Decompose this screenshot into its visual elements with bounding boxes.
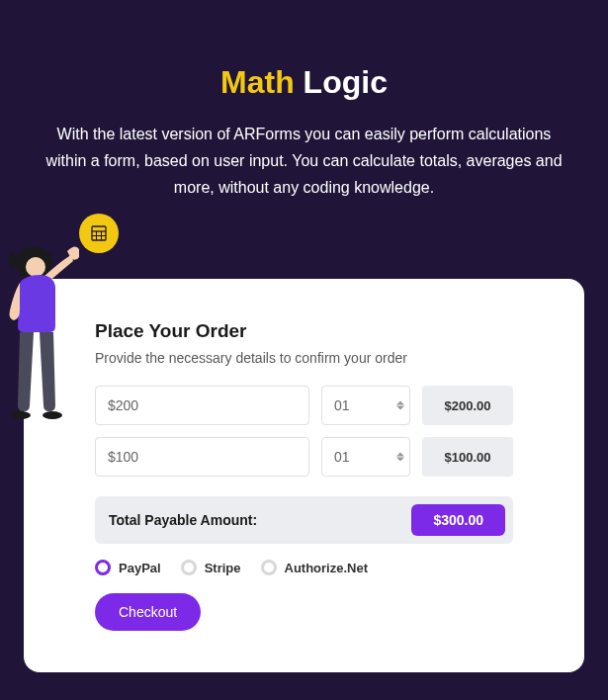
svg-point-7: [11, 411, 31, 419]
order-row: $200.00: [95, 386, 513, 425]
checkout-button[interactable]: Checkout: [95, 593, 201, 631]
total-value: $300.00: [411, 504, 505, 536]
svg-rect-0: [92, 226, 106, 240]
radio-icon: [181, 560, 197, 575]
calculator-icon: [90, 224, 108, 242]
svg-point-8: [43, 411, 62, 419]
price-input[interactable]: [95, 386, 309, 425]
total-bar: Total Payable Amount: $300.00: [95, 496, 513, 544]
title-accent: Math: [220, 64, 295, 100]
payment-option-stripe[interactable]: Stripe: [181, 560, 241, 575]
payment-label: Stripe: [205, 561, 241, 575]
line-total: $200.00: [422, 386, 513, 425]
payment-options: PayPal Stripe Authorize.Net: [95, 560, 513, 575]
line-total: $100.00: [422, 437, 513, 477]
payment-option-paypal[interactable]: PayPal: [95, 560, 161, 575]
calculator-badge: [79, 214, 119, 253]
total-label: Total Payable Amount:: [109, 512, 257, 528]
radio-icon: [261, 560, 277, 575]
payment-label: Authorize.Net: [285, 561, 369, 575]
svg-point-6: [26, 257, 45, 277]
page-subtitle: With the latest version of ARForms you c…: [40, 121, 568, 202]
person-illustration: [6, 239, 85, 427]
form-title: Place Your Order: [95, 320, 513, 342]
order-card: Place Your Order Provide the necessary d…: [24, 279, 584, 672]
payment-label: PayPal: [119, 561, 161, 575]
form-subtitle: Provide the necessary details to confirm…: [95, 350, 513, 366]
radio-icon: [95, 560, 111, 575]
quantity-stepper[interactable]: [396, 453, 404, 462]
price-input[interactable]: [95, 437, 309, 477]
page-title: Math Logic: [40, 64, 568, 101]
order-row: $100.00: [95, 437, 513, 477]
quantity-stepper[interactable]: [396, 401, 404, 410]
payment-option-authorizenet[interactable]: Authorize.Net: [261, 560, 369, 575]
title-rest: Logic: [295, 64, 388, 100]
